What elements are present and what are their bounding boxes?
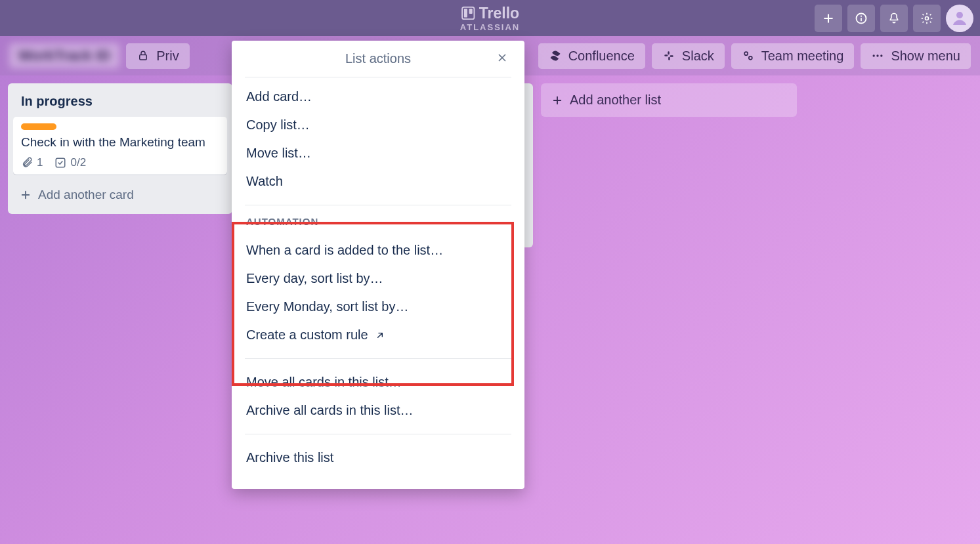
card-label-orange[interactable]	[21, 123, 56, 130]
checklist-badge: 0/2	[54, 156, 86, 169]
add-another-list-label: Add another list	[570, 93, 661, 108]
trello-logo-icon	[461, 6, 475, 20]
svg-rect-1	[463, 9, 467, 18]
svg-point-15	[873, 54, 875, 56]
add-another-card-label: Add another card	[38, 188, 134, 202]
list-title[interactable]: In progress	[13, 91, 227, 117]
add-another-card-button[interactable]: Add another card	[13, 181, 227, 209]
svg-point-13	[744, 52, 748, 55]
svg-rect-8	[140, 55, 147, 60]
svg-point-7	[956, 12, 963, 18]
brand-title: Trello	[479, 5, 519, 22]
menu-archive-all-cards[interactable]: Archive all cards in this list…	[245, 396, 511, 425]
menu-move-all-cards[interactable]: Move all cards in this list…	[245, 368, 511, 396]
svg-rect-2	[469, 9, 472, 14]
close-icon	[496, 52, 508, 64]
menu-auto-every-day-sort[interactable]: Every day, sort list by…	[245, 264, 511, 293]
lock-icon	[137, 49, 150, 62]
menu-add-card[interactable]: Add card…	[245, 83, 511, 111]
confluence-button[interactable]: Confluence	[538, 43, 645, 69]
popover-title: List actions	[345, 51, 411, 66]
brand-subtitle: ATLASSIAN	[460, 22, 520, 32]
svg-rect-11	[670, 55, 673, 57]
plus-icon	[551, 94, 563, 106]
show-menu-button[interactable]: Show menu	[861, 43, 971, 69]
paperclip-icon	[21, 157, 33, 169]
menu-watch[interactable]: Watch	[245, 167, 511, 196]
svg-rect-5	[861, 18, 862, 21]
svg-rect-9	[664, 54, 668, 56]
settings-button[interactable]	[913, 5, 941, 32]
divider	[245, 205, 511, 205]
divider	[245, 358, 511, 359]
checklist-count: 0/2	[70, 156, 86, 169]
gears-icon	[742, 49, 755, 62]
show-menu-label: Show menu	[891, 49, 960, 64]
popover-header: List actions	[245, 41, 511, 77]
menu-auto-every-monday-sort[interactable]: Every Monday, sort list by…	[245, 293, 511, 321]
user-avatar[interactable]	[946, 5, 973, 32]
menu-archive-this-list[interactable]: Archive this list	[245, 444, 511, 472]
svg-point-16	[877, 54, 879, 56]
attachment-badge: 1	[21, 156, 43, 169]
menu-copy-list[interactable]: Copy list…	[245, 111, 511, 139]
svg-rect-10	[668, 51, 670, 54]
menu-move-list[interactable]: Move list…	[245, 139, 511, 167]
svg-point-17	[881, 54, 883, 56]
brand: Trello ATLASSIAN	[460, 5, 520, 32]
svg-rect-0	[462, 7, 474, 19]
svg-point-6	[926, 16, 929, 20]
info-button[interactable]	[847, 5, 875, 32]
board-privacy-button[interactable]: Priv	[126, 43, 189, 69]
card-title: Check in with the Marketing team	[21, 135, 219, 150]
svg-point-14	[749, 56, 752, 60]
board-title[interactable]: WorkTrack ID	[9, 43, 119, 68]
list-actions-popover: List actions Add card… Copy list… Move l…	[232, 41, 524, 489]
menu-auto-custom-rule[interactable]: Create a custom rule	[245, 321, 511, 349]
menu-auto-custom-rule-label: Create a custom rule	[246, 327, 368, 343]
confluence-icon	[549, 49, 562, 62]
team-meeting-button[interactable]: Team meeting	[731, 43, 855, 69]
team-meeting-label: Team meeting	[761, 49, 844, 64]
popover-close-button[interactable]	[493, 49, 511, 67]
add-another-list-button[interactable]: Add another list	[541, 83, 797, 117]
slack-icon	[662, 49, 675, 62]
svg-rect-12	[668, 57, 670, 60]
create-button[interactable]	[815, 5, 842, 32]
menu-auto-when-card-added[interactable]: When a card is added to the list…	[245, 236, 511, 264]
attachment-count: 1	[37, 156, 43, 169]
card-badges: 1 0/2	[21, 156, 219, 169]
slack-label: Slack	[682, 49, 714, 64]
automation-heading: AUTOMATION	[245, 209, 511, 231]
external-link-icon	[375, 330, 385, 341]
plus-icon	[20, 189, 32, 201]
notifications-button[interactable]	[880, 5, 908, 32]
card-marketing-checkin[interactable]: Check in with the Marketing team 1 0/2	[13, 117, 227, 175]
slack-button[interactable]: Slack	[652, 43, 725, 69]
svg-rect-18	[56, 158, 66, 167]
top-header: Trello ATLASSIAN	[0, 0, 980, 36]
svg-point-4	[861, 15, 862, 16]
checklist-icon	[54, 157, 66, 169]
board-privacy-label: Priv	[156, 49, 179, 64]
confluence-label: Confluence	[568, 49, 635, 64]
list-in-progress: In progress Check in with the Marketing …	[8, 83, 232, 214]
ellipsis-icon	[871, 49, 884, 62]
divider	[245, 434, 511, 434]
